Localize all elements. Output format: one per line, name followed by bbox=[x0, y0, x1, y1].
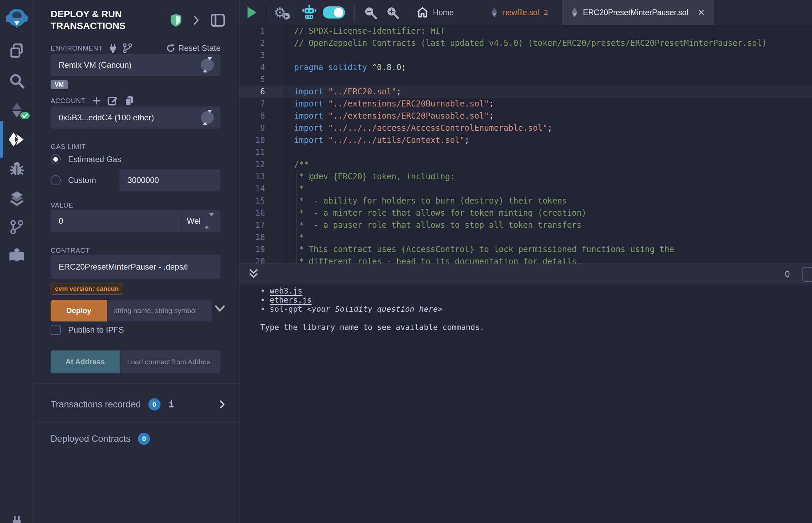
environment-select[interactable]: Remix VM (Cancun) bbox=[51, 54, 220, 76]
panel-title: DEPLOY & RUN TRANSACTIONS bbox=[51, 8, 158, 32]
info-icon[interactable]: i bbox=[169, 399, 174, 410]
code-line[interactable]: 17 * - a pauser role that allows to stop… bbox=[240, 219, 812, 231]
code-line[interactable]: 2// OpenZeppelin Contracts (last updated… bbox=[240, 37, 812, 49]
copilot-toggle[interactable] bbox=[323, 6, 345, 19]
reset-state-button[interactable]: Reset State bbox=[166, 43, 220, 53]
code-line[interactable]: 20 * different roles - head to its docum… bbox=[240, 255, 812, 264]
ai-copilot-robot-icon[interactable] bbox=[302, 5, 317, 20]
at-address-button[interactable]: At Address bbox=[51, 350, 120, 373]
active-plugin-indicator bbox=[0, 121, 3, 158]
code-line[interactable]: 19 * This contract uses {AccessControl} … bbox=[240, 243, 812, 255]
home-icon bbox=[417, 7, 428, 18]
compiled-check-badge bbox=[20, 111, 30, 120]
value-label: VALUE bbox=[51, 201, 73, 209]
line-number: 9 bbox=[240, 122, 277, 134]
code-line[interactable]: 13 * @dev {ERC20} token, including: bbox=[240, 170, 812, 183]
line-number: 17 bbox=[240, 219, 277, 231]
plug-environment-icon[interactable] bbox=[109, 43, 117, 53]
code-line[interactable]: 9import "../../../access/AccessControlEn… bbox=[240, 122, 812, 134]
remix-logo[interactable] bbox=[4, 6, 30, 32]
file-explorer-icon[interactable] bbox=[9, 43, 24, 58]
terminal-toolbar: 0 bbox=[240, 264, 812, 284]
transactions-recorded-section[interactable]: Transactions recorded 0 i bbox=[51, 398, 225, 411]
unit-testing-icon[interactable] bbox=[9, 191, 25, 205]
deploy-expand-chevron-icon[interactable] bbox=[215, 305, 225, 312]
line-number: 19 bbox=[240, 243, 277, 255]
sign-message-icon[interactable] bbox=[108, 96, 118, 106]
icon-sidebar bbox=[0, 0, 34, 523]
terminal-output[interactable]: • web3.js• ethers.js• sol-gpt <your Soli… bbox=[240, 284, 812, 523]
transactions-expand-chevron-icon[interactable] bbox=[219, 400, 225, 409]
line-number: 5 bbox=[240, 73, 277, 86]
fork-state-icon[interactable] bbox=[123, 43, 132, 53]
solidity-file-icon bbox=[491, 7, 498, 18]
deploy-run-icon[interactable] bbox=[8, 132, 25, 147]
line-number: 10 bbox=[240, 134, 277, 146]
code-line[interactable]: 4pragma solidity ^0.8.0; bbox=[240, 61, 812, 73]
debugger-icon[interactable] bbox=[9, 161, 25, 176]
deployed-count-badge: 0 bbox=[138, 433, 150, 445]
gas-limit-label: GAS LIMIT bbox=[51, 143, 86, 150]
terminal-entry[interactable]: • web3.js bbox=[240, 286, 812, 295]
learneth-icon[interactable] bbox=[8, 248, 25, 263]
line-number: 12 bbox=[240, 158, 277, 170]
contract-select[interactable]: ERC20PresetMinterPauser - .deps/ bbox=[51, 255, 220, 279]
pin-panel-icon[interactable] bbox=[211, 14, 225, 26]
terminal-entry[interactable]: • ethers.js bbox=[240, 295, 812, 305]
code-line[interactable]: 8import "../extensions/ERC20Pausable.sol… bbox=[240, 110, 812, 122]
deployed-contracts-section: Deployed Contracts 0 bbox=[51, 433, 220, 445]
estimated-gas-radio[interactable] bbox=[51, 154, 61, 164]
tab-erc20presetminterpauser-sol[interactable]: ERC20PresetMinterPauser.sol ✕ bbox=[562, 0, 714, 25]
transactions-count-badge: 0 bbox=[148, 398, 160, 411]
deploy-button[interactable]: Deploy bbox=[51, 300, 107, 322]
gear-play-badge: ▶ bbox=[283, 13, 290, 20]
copy-address-icon[interactable] bbox=[124, 96, 134, 106]
code-line[interactable]: 11 bbox=[240, 146, 812, 158]
line-number: 2 bbox=[240, 37, 277, 49]
expand-terminal-chevrons-icon[interactable] bbox=[249, 269, 258, 280]
code-line[interactable]: 18 * bbox=[240, 231, 812, 243]
compile-settings-gears-icon[interactable]: ⚙▶ bbox=[274, 5, 286, 20]
value-input[interactable]: 0 bbox=[51, 210, 181, 233]
at-address-input[interactable]: Load contract from Addres bbox=[120, 350, 220, 373]
line-number: 18 bbox=[240, 231, 277, 243]
close-tab-icon[interactable]: ✕ bbox=[698, 7, 705, 18]
add-account-icon[interactable] bbox=[92, 96, 101, 105]
custom-gas-input[interactable]: 3000000 bbox=[119, 169, 220, 192]
code-line[interactable]: 1// SPDX-License-Identifier: MIT bbox=[240, 25, 812, 37]
code-line[interactable]: 6import "../ERC20.sol"; bbox=[240, 86, 812, 98]
code-line[interactable]: 3 bbox=[240, 49, 812, 61]
custom-gas-label: Custom bbox=[68, 176, 96, 185]
select-spinner-icon bbox=[201, 111, 214, 124]
code-line[interactable]: 12/** bbox=[240, 158, 812, 170]
editor-column: ⚙▶ Home bbox=[240, 0, 812, 523]
line-number: 16 bbox=[240, 207, 277, 219]
value-unit-select[interactable]: Wei bbox=[181, 210, 220, 233]
account-select[interactable]: 0x5B3...eddC4 (100 ether) bbox=[51, 107, 220, 129]
zoom-in-icon[interactable] bbox=[386, 6, 399, 19]
code-line[interactable]: 14 * bbox=[240, 183, 812, 195]
terminal-search-box[interactable] bbox=[802, 267, 812, 282]
tab-home[interactable]: Home bbox=[408, 0, 465, 25]
code-line[interactable]: 5 bbox=[240, 73, 812, 86]
custom-gas-radio[interactable] bbox=[51, 175, 61, 185]
run-script-play-icon[interactable] bbox=[248, 7, 257, 18]
shield-icon bbox=[170, 14, 182, 27]
tab-newfile-sol[interactable]: newfile.sol 2 bbox=[482, 0, 557, 25]
zoom-out-icon[interactable] bbox=[364, 6, 377, 19]
code-line[interactable]: 15 * - ability for holders to burn (dest… bbox=[240, 195, 812, 207]
code-line[interactable]: 10import "../../../utils/Context.sol"; bbox=[240, 134, 812, 146]
code-editor[interactable]: 1// SPDX-License-Identifier: MIT2// Open… bbox=[240, 25, 812, 264]
plugin-manager-icon[interactable] bbox=[9, 514, 24, 523]
deploy-args-input[interactable]: string name, string symbol bbox=[107, 300, 212, 322]
terminal-entry[interactable]: • sol-gpt <your Solidity question here> bbox=[240, 305, 812, 314]
terminal-hint: Type the library name to see available c… bbox=[240, 323, 812, 332]
publish-ipfs-checkbox[interactable] bbox=[51, 325, 61, 335]
expand-panel-chevron-icon[interactable] bbox=[193, 15, 199, 25]
code-line[interactable]: 7import "../extensions/ERC20Burnable.sol… bbox=[240, 98, 812, 110]
code-line[interactable]: 16 * - a minter role that allows for tok… bbox=[240, 207, 812, 219]
git-icon[interactable] bbox=[9, 219, 24, 235]
search-icon[interactable] bbox=[9, 73, 24, 89]
line-number: 7 bbox=[240, 98, 277, 110]
solidity-compiler-icon[interactable] bbox=[9, 102, 24, 119]
